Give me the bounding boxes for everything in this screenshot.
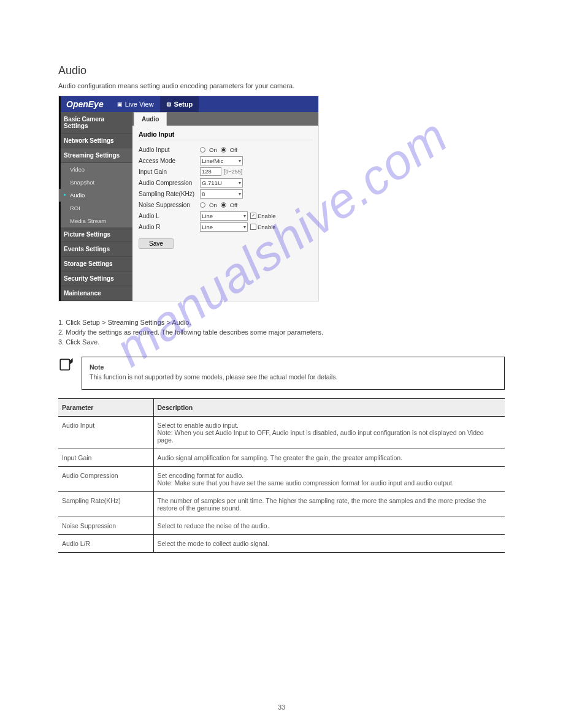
input-gain-field[interactable]: 128 [200, 167, 221, 176]
param-input-gain: Input Gain [58, 449, 153, 467]
label-audio-l-enable: Enable [258, 213, 276, 219]
label-compression: Audio Compression [139, 180, 200, 186]
hint-input-gain: [0~255] [224, 169, 242, 175]
section-title: Audio [58, 64, 505, 77]
select-audio-r[interactable]: Line [200, 222, 248, 232]
radio-noise-off-label: Off [230, 202, 238, 208]
desc-audio-lr: Select the mode to collect audio signal. [153, 535, 505, 553]
label-noise: Noise Suppression [139, 202, 200, 208]
table-row: Sampling Rate(KHz) The number of samples… [58, 492, 505, 517]
table-row: Noise Suppression Select to reduce the n… [58, 517, 505, 535]
parameters-table: Parameter Description Audio Input Select… [58, 398, 505, 553]
tab-audio[interactable]: Audio [134, 112, 167, 126]
tab-bar: Audio [132, 112, 318, 126]
sidebar-item-events[interactable]: Events Settings [59, 242, 132, 257]
desc-input-gain: Audio signal amplification for sampling.… [153, 449, 505, 467]
nav-live-view-label: Live View [125, 100, 154, 108]
sidebar-item-storage[interactable]: Storage Settings [59, 257, 132, 271]
table-row: Audio Input Select to enable audio input… [58, 417, 505, 449]
sidebar-item-maintenance[interactable]: Maintenance [59, 286, 132, 301]
label-audio-r: Audio R [139, 224, 200, 230]
label-sampling: Sampling Rate(KHz) [139, 191, 200, 197]
table-row: Input Gain Audio signal amplification fo… [58, 449, 505, 467]
page: Audio Audio configuration means setting … [0, 0, 563, 553]
col-description: Description [153, 399, 505, 417]
radio-label-off: Off [230, 146, 238, 153]
label-access-mode: Access Mode [139, 157, 200, 164]
sidebar-item-security[interactable]: Security Settings [59, 271, 132, 286]
brand-logo: OpenEye [59, 99, 111, 109]
select-compression[interactable]: G.711U [200, 178, 243, 188]
label-audio-input: Audio Input [139, 146, 200, 153]
note-body: This function is not supported by some m… [90, 373, 497, 381]
table-row: Audio L/R Select the mode to collect aud… [58, 535, 505, 553]
radio-label-on: On [209, 146, 217, 153]
sidebar-item-network[interactable]: Network Settings [59, 134, 132, 148]
param-audio-lr: Audio L/R [58, 535, 153, 553]
label-audio-l: Audio L [139, 213, 200, 219]
sidebar-item-streaming[interactable]: Streaming Settings [59, 148, 132, 163]
config-screenshot: OpenEye Live View Setup Basic Camera Set… [58, 96, 319, 301]
radio-noise-off[interactable] [221, 202, 226, 208]
page-number: 33 [0, 703, 563, 711]
save-button[interactable]: Save [139, 238, 174, 249]
select-audio-l[interactable]: Line [200, 211, 248, 221]
desc-noise: Select to reduce the noise of the audio. [153, 517, 505, 535]
sidebar-sub-snapshot[interactable]: Snapshot [59, 176, 132, 189]
sidebar-item-basic[interactable]: Basic Camera Settings [59, 112, 132, 134]
step-1: 1. Click Setup > Streaming Settings > Au… [58, 319, 505, 326]
table-row: Audio Compression Set encoding format fo… [58, 467, 505, 492]
step-3: 3. Click Save. [58, 338, 505, 346]
sidebar-sub-audio[interactable]: Audio [59, 189, 132, 202]
select-access-mode[interactable]: Line/Mic [200, 156, 243, 165]
main-panel: Audio Audio Input Audio Input On Off Acc… [132, 112, 318, 301]
checkbox-audio-r-enable[interactable] [250, 224, 256, 230]
desc-sampling: The number of samples per unit time. The… [153, 492, 505, 517]
col-parameter: Parameter [58, 399, 153, 417]
sidebar-item-picture[interactable]: Picture Settings [59, 227, 132, 242]
param-audio-input: Audio Input [58, 417, 153, 449]
nav-setup-label: Setup [174, 100, 193, 108]
svg-rect-0 [60, 359, 69, 370]
checkbox-audio-l-enable[interactable] [250, 213, 256, 219]
desc-audio-input: Select to enable audio input. Note: When… [153, 417, 505, 449]
sidebar-sub-video[interactable]: Video [59, 163, 132, 176]
sidebar-sub-roi[interactable]: ROI [59, 202, 132, 214]
label-input-gain: Input Gain [139, 169, 200, 175]
radio-noise-on[interactable] [200, 202, 205, 208]
label-audio-r-enable: Enable [258, 224, 276, 230]
step-2: 2. Modify the settings as required. The … [58, 328, 505, 336]
desc-compression: Set encoding format for audio. Note: Mak… [153, 467, 505, 492]
sidebar: Basic Camera Settings Network Settings S… [59, 112, 132, 301]
param-noise: Noise Suppression [58, 517, 153, 535]
group-audio-input: Audio Input [139, 131, 313, 140]
radio-noise-on-label: On [209, 202, 217, 208]
select-sampling[interactable]: 8 [200, 189, 243, 199]
sidebar-sub-media-stream[interactable]: Media Stream [59, 214, 132, 227]
nav-live-view[interactable]: Live View [111, 96, 160, 112]
param-compression: Audio Compression [58, 467, 153, 492]
radio-audio-input-off[interactable] [221, 147, 226, 153]
radio-audio-input-on[interactable] [200, 147, 205, 153]
app-header: OpenEye Live View Setup [59, 96, 318, 112]
note-icon [58, 357, 74, 375]
note-heading: Note [90, 363, 497, 371]
nav-setup[interactable]: Setup [160, 96, 199, 112]
note-box: Note This function is not supported by s… [82, 357, 505, 390]
section-caption: Audio configuration means setting audio … [58, 82, 505, 89]
param-sampling: Sampling Rate(KHz) [58, 492, 153, 517]
step-list: 1. Click Setup > Streaming Settings > Au… [58, 319, 505, 346]
